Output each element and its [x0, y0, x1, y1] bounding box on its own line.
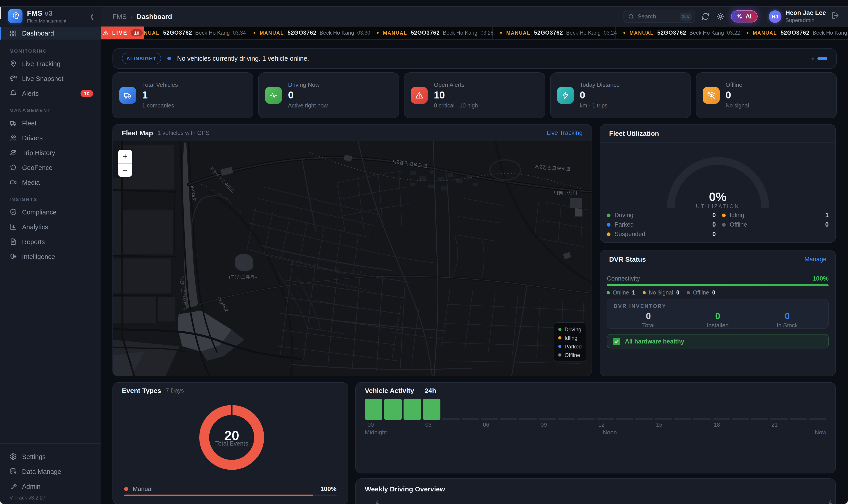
svg-text:Total Events: Total Events — [215, 440, 248, 447]
svg-text:(구)송도유원지: (구)송도유원지 — [229, 274, 259, 280]
svg-text:남동낚시터: 남동낚시터 — [554, 191, 578, 196]
